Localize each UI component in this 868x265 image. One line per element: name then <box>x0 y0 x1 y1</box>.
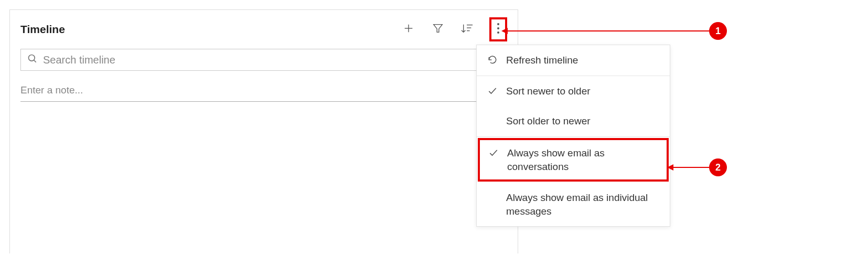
svg-point-8 <box>497 27 499 29</box>
annotation-callout-2: 2 <box>709 158 727 176</box>
annotation-arrow-1-line <box>507 30 709 31</box>
timeline-header: Timeline <box>10 10 518 46</box>
timeline-toolbar <box>401 17 507 41</box>
check-icon <box>487 146 500 158</box>
menu-item-email-conversations[interactable]: Always show email as conversations <box>478 138 669 182</box>
menu-item-email-individual[interactable]: Always show email as individual messages <box>477 183 670 226</box>
menu-item-refresh[interactable]: Refresh timeline <box>477 45 670 76</box>
plus-icon <box>403 23 414 36</box>
sort-button[interactable] <box>460 22 475 37</box>
timeline-panel: Timeline <box>9 9 518 253</box>
svg-point-9 <box>497 31 499 34</box>
note-input[interactable] <box>20 80 507 102</box>
more-vertical-icon <box>497 23 500 36</box>
refresh-icon <box>486 54 499 65</box>
add-button[interactable] <box>401 22 416 37</box>
annotation-arrow-2-line <box>672 167 709 168</box>
menu-item-label: Always show email as conversations <box>507 146 659 173</box>
search-icon <box>27 54 38 66</box>
search-timeline-wrapper[interactable] <box>20 49 507 71</box>
svg-point-7 <box>497 23 499 25</box>
menu-divider <box>477 136 670 137</box>
svg-point-10 <box>29 55 35 61</box>
annotation-arrow-2-head <box>667 164 673 171</box>
menu-item-label: Sort older to newer <box>506 114 591 128</box>
more-commands-menu: Refresh timeline Sort newer to older Sor… <box>476 45 670 227</box>
empty-icon <box>486 191 499 192</box>
svg-line-11 <box>34 60 36 62</box>
search-timeline-input[interactable] <box>43 54 500 66</box>
menu-item-sort-older[interactable]: Sort older to newer <box>477 106 670 136</box>
timeline-title: Timeline <box>20 23 65 36</box>
empty-icon <box>486 114 499 115</box>
menu-item-sort-newer[interactable]: Sort newer to older <box>477 76 670 107</box>
annotation-callout-1: 1 <box>709 22 727 40</box>
svg-marker-2 <box>434 25 443 33</box>
menu-item-label: Always show email as individual messages <box>506 191 660 218</box>
filter-icon <box>432 23 444 36</box>
menu-item-label: Refresh timeline <box>506 54 578 67</box>
annotation-arrow-1-head <box>501 28 508 34</box>
sort-icon <box>461 23 474 36</box>
filter-button[interactable] <box>431 22 445 37</box>
menu-item-label: Sort newer to older <box>506 84 591 98</box>
check-icon <box>486 84 499 96</box>
